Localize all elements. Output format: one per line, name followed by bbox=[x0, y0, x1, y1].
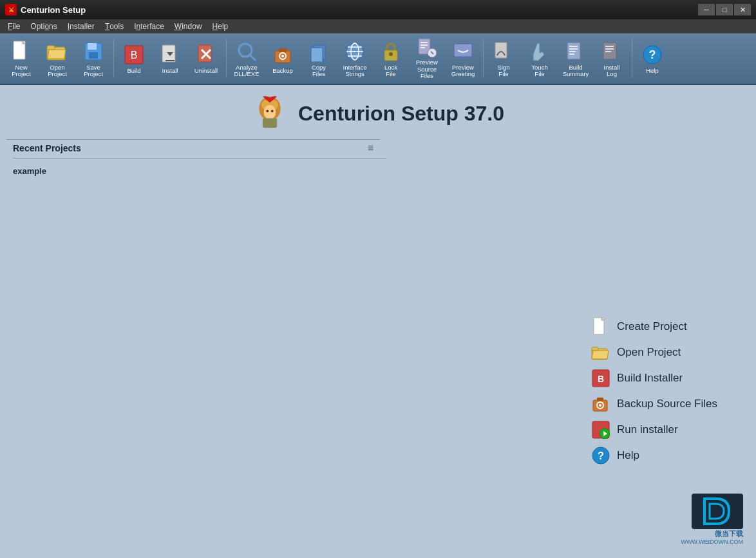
toolbar-analyze[interactable]: AnalyzeDLL/EXE bbox=[229, 36, 264, 81]
toolbar-install[interactable]: Install bbox=[153, 36, 187, 81]
copy-files-icon bbox=[307, 40, 330, 63]
touch-file-icon bbox=[528, 40, 551, 63]
svg-text:B: B bbox=[131, 50, 138, 61]
recent-projects-header: Recent Projects ≡ bbox=[6, 140, 380, 157]
toolbar-build[interactable]: B Build bbox=[117, 36, 151, 81]
svg-text:?: ? bbox=[649, 48, 656, 61]
recent-projects-section: Recent Projects ≡ example bbox=[0, 140, 386, 182]
lock-file-icon bbox=[379, 40, 402, 63]
run-installer-label: Run installer bbox=[617, 423, 678, 436]
toolbar-copy-files-label: CopyFiles bbox=[312, 64, 326, 78]
svg-rect-66 bbox=[597, 398, 603, 401]
svg-rect-38 bbox=[495, 43, 507, 58]
qa-help-icon: ? bbox=[591, 446, 610, 465]
toolbar-uninstall[interactable]: Uninstall bbox=[189, 36, 223, 81]
backup-source-label: Backup Source Files bbox=[617, 398, 717, 410]
install-log-icon bbox=[600, 40, 623, 63]
toolbar-lock-file-label: LockFile bbox=[384, 64, 397, 78]
toolbar-preview-source-label: PreviewSource Files bbox=[411, 59, 442, 79]
qa-backup-source[interactable]: Backup Source Files bbox=[591, 394, 717, 414]
toolbar-preview-greeting-label: PreviewGreeting bbox=[451, 64, 475, 78]
menu-interface[interactable]: Interface bbox=[129, 19, 169, 33]
svg-rect-59 bbox=[592, 347, 598, 351]
save-project-icon bbox=[82, 40, 105, 63]
svg-rect-21 bbox=[279, 48, 287, 52]
toolbar-save-project[interactable]: SaveProject bbox=[76, 36, 111, 81]
qa-help[interactable]: ? Help bbox=[591, 446, 717, 465]
toolbar: NewProject OpenProject SaveProject bbox=[0, 34, 756, 85]
svg-marker-4 bbox=[48, 50, 66, 59]
recent-project-item[interactable]: example bbox=[13, 165, 373, 177]
qa-run-installer[interactable]: Run installer bbox=[591, 420, 717, 439]
svg-rect-37 bbox=[454, 44, 472, 57]
uninstall-icon bbox=[194, 43, 218, 66]
menu-bar: File Options Installer Tools Interface W… bbox=[0, 19, 756, 34]
menu-installer[interactable]: Installer bbox=[62, 19, 100, 33]
menu-help[interactable]: Help bbox=[207, 19, 234, 33]
svg-rect-44 bbox=[603, 43, 616, 59]
qa-build-installer-icon: B bbox=[591, 369, 610, 388]
qa-build-installer[interactable]: B Build Installer bbox=[591, 369, 717, 388]
close-button[interactable]: ✕ bbox=[734, 4, 751, 15]
watermark-sub: WWW.WEIDOWN.COM bbox=[681, 539, 743, 545]
open-project-label: Open Project bbox=[617, 346, 681, 359]
qa-open-project[interactable]: Open Project bbox=[591, 343, 717, 362]
toolbar-open-project-label: OpenProject bbox=[48, 64, 67, 78]
preview-source-icon bbox=[415, 37, 439, 58]
app-header: Centurion Setup 37.0 bbox=[0, 85, 756, 139]
toolbar-install-label: Install bbox=[162, 68, 178, 74]
toolbar-open-project[interactable]: OpenProject bbox=[40, 36, 75, 81]
menu-file[interactable]: File bbox=[3, 19, 25, 33]
toolbar-touch-file[interactable]: TouchFile bbox=[522, 36, 557, 81]
create-project-label: Create Project bbox=[617, 320, 687, 333]
svg-rect-7 bbox=[89, 52, 98, 59]
minimize-button[interactable]: ─ bbox=[698, 4, 715, 15]
qa-create-project[interactable]: Create Project bbox=[591, 317, 717, 336]
svg-text:B: B bbox=[598, 374, 604, 384]
toolbar-help-label: Help bbox=[646, 68, 659, 74]
maximize-button[interactable]: □ bbox=[716, 4, 733, 15]
window-controls: ─ □ ✕ bbox=[698, 4, 751, 15]
watermark-text: 微当下载 bbox=[715, 529, 743, 539]
toolbar-sign-file[interactable]: SignFile bbox=[486, 36, 521, 81]
toolbar-preview-greeting[interactable]: PreviewGreeting bbox=[446, 36, 480, 81]
build-icon: B bbox=[122, 43, 146, 66]
toolbar-install-log-label: InstallLog bbox=[604, 64, 620, 78]
svg-rect-55 bbox=[263, 118, 277, 128]
toolbar-build-label: Build bbox=[127, 68, 140, 74]
app-logo-icon bbox=[252, 95, 288, 131]
build-summary-icon bbox=[564, 40, 587, 63]
recent-divider bbox=[13, 158, 386, 159]
svg-rect-39 bbox=[567, 43, 580, 59]
toolbar-help[interactable]: ? Help bbox=[635, 36, 670, 81]
menu-options[interactable]: Options bbox=[25, 19, 62, 33]
toolbar-build-summary[interactable]: BuildSummary bbox=[558, 36, 593, 81]
toolbar-copy-files[interactable]: CopyFiles bbox=[301, 36, 336, 81]
toolbar-preview-source[interactable]: PreviewSource Files bbox=[410, 36, 444, 81]
svg-rect-23 bbox=[311, 48, 323, 62]
menu-tools[interactable]: Tools bbox=[100, 19, 129, 33]
build-installer-label: Build Installer bbox=[617, 372, 683, 385]
toolbar-sign-file-label: SignFile bbox=[497, 64, 509, 78]
svg-point-30 bbox=[389, 52, 393, 56]
svg-point-53 bbox=[266, 110, 269, 112]
watermark: 微当下载 WWW.WEIDOWN.COM bbox=[681, 494, 743, 545]
quick-actions-panel: Create Project Open Project B Build Inst… bbox=[591, 317, 717, 465]
menu-window[interactable]: Window bbox=[169, 19, 207, 33]
toolbar-lock-file[interactable]: LockFile bbox=[373, 36, 408, 81]
new-project-icon bbox=[10, 40, 33, 63]
toolbar-install-log[interactable]: InstallLog bbox=[594, 36, 629, 81]
create-project-icon bbox=[591, 317, 610, 336]
recent-menu-icon[interactable]: ≡ bbox=[368, 142, 373, 154]
toolbar-interface-strings[interactable]: InterfaceStrings bbox=[337, 36, 372, 81]
toolbar-new-project[interactable]: NewProject bbox=[4, 36, 39, 81]
watermark-logo-icon bbox=[692, 494, 743, 529]
toolbar-backup-label: Backup bbox=[272, 68, 293, 74]
analyze-icon bbox=[235, 40, 258, 63]
qa-backup-source-icon bbox=[591, 394, 610, 414]
interface-strings-icon bbox=[343, 40, 366, 63]
toolbar-new-project-label: NewProject bbox=[12, 64, 31, 78]
recent-projects-title: Recent Projects bbox=[13, 143, 81, 153]
toolbar-backup[interactable]: Backup bbox=[265, 36, 300, 81]
svg-marker-60 bbox=[592, 351, 609, 359]
